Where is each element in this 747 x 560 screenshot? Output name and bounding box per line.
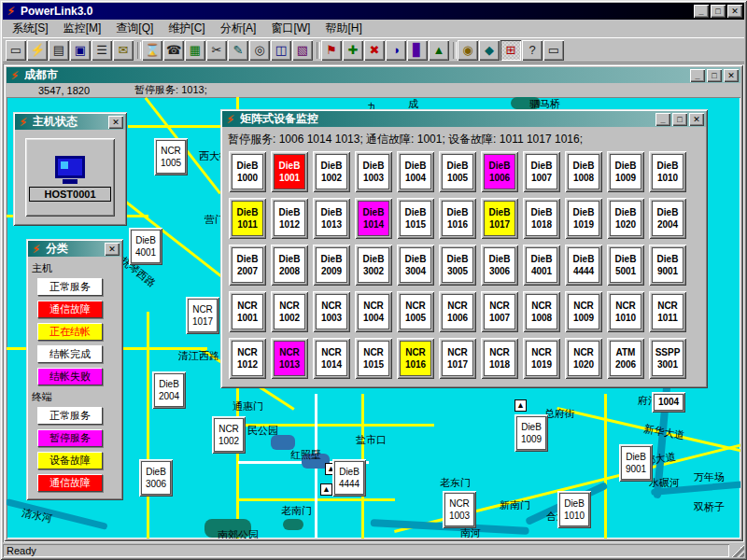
legend-close-button[interactable]: ✕ [105, 243, 120, 256]
device-NCR-1003[interactable]: NCR1003 [443, 491, 476, 528]
device-DieB-1003[interactable]: DieB1003 [355, 151, 392, 192]
device-DieB-3006[interactable]: DieB3006 [139, 459, 173, 497]
device-DieB-1012[interactable]: DieB1012 [271, 198, 308, 239]
device-NCR-1002[interactable]: NCR1002 [271, 291, 308, 332]
map-titlebar[interactable]: ⚡ 成都市 _ □ ✕ [7, 67, 740, 83]
device-DieB-5001[interactable]: DieB5001 [607, 245, 644, 286]
menu-window[interactable]: 窗口[W] [263, 19, 317, 38]
device-DieB-1018[interactable]: DieB1018 [523, 198, 560, 239]
close-button[interactable]: ✕ [727, 5, 742, 18]
toolbar-clock-button[interactable]: ⌛ [142, 40, 162, 61]
map-maximize-button[interactable]: □ [707, 69, 722, 82]
host-titlebar[interactable]: ⚡ 主机状态 ✕ [15, 114, 125, 130]
device-NCR-1015[interactable]: NCR1015 [355, 338, 392, 379]
toolbar-pie-chart-button[interactable]: ◑ [386, 40, 406, 61]
device-NCR-1003[interactable]: NCR1003 [313, 291, 350, 332]
device-NCR-1009[interactable]: NCR1009 [565, 291, 602, 332]
device-DieB-3006[interactable]: DieB3006 [481, 245, 518, 286]
toolbar-columns-button[interactable]: ◫ [271, 40, 291, 61]
device-NCR-1017[interactable]: NCR1017 [439, 338, 476, 379]
legend-titlebar[interactable]: ⚡ 分类 ✕ [28, 241, 121, 257]
device-NCR-1002[interactable]: NCR1002 [212, 416, 246, 454]
toolbar-lightning-button[interactable]: ⚡ [27, 40, 48, 61]
map-close-button[interactable]: ✕ [724, 69, 739, 82]
device-DieB-1016[interactable]: DieB1016 [439, 198, 476, 239]
toolbar-mail-button[interactable]: ✉ [113, 40, 134, 61]
matrix-close-button[interactable]: ✕ [689, 113, 704, 126]
toolbar-edit-button[interactable]: ✎ [228, 40, 248, 61]
device-DieB-1007[interactable]: DieB1007 [523, 151, 560, 192]
host-close-button[interactable]: ✕ [108, 116, 123, 129]
device-NCR-1005[interactable]: NCR1005 [397, 291, 434, 332]
device-DieB-1017[interactable]: DieB1017 [481, 198, 518, 239]
device-NCR-1008[interactable]: NCR1008 [523, 291, 560, 332]
device-DieB-1019[interactable]: DieB1019 [565, 198, 602, 239]
toolbar-bar-chart-button[interactable]: ▊ [407, 40, 428, 61]
device-DieB-1020[interactable]: DieB1020 [607, 198, 644, 239]
matrix-maximize-button[interactable]: □ [672, 113, 687, 126]
device-NCR-1010[interactable]: NCR1010 [607, 291, 644, 332]
device-ATM-2006[interactable]: ATM2006 [607, 338, 644, 379]
device-DieB-1009[interactable]: DieB1009 [514, 414, 548, 452]
menu-monitor[interactable]: 监控[M] [56, 19, 109, 38]
device-DieB-3005[interactable]: DieB3005 [439, 245, 476, 286]
toolbar-matrix-monitor-button[interactable]: ▦ [185, 40, 205, 61]
device-DieB-2004[interactable]: DieB2004 [649, 198, 686, 239]
device-DieB-2009[interactable]: DieB2009 [313, 245, 350, 286]
toolbar-grid-active-button[interactable]: ⊞ [500, 40, 521, 61]
toolbar-pattern-button[interactable]: ▧ [292, 40, 313, 61]
device-DieB-1006[interactable]: DieB1006 [481, 151, 518, 192]
device-NCR-1017[interactable]: NCR1017 [186, 297, 219, 334]
toolbar-list-view-button[interactable]: ☰ [92, 40, 112, 61]
device-NCR-1019[interactable]: NCR1019 [523, 338, 560, 379]
toolbar-new-doc-button[interactable]: ▭ [6, 40, 26, 61]
toolbar-about-button[interactable]: ▭ [543, 40, 564, 61]
matrix-minimize-button[interactable]: _ [655, 113, 670, 126]
map-minimize-button[interactable]: _ [690, 69, 705, 82]
device-DieB-3002[interactable]: DieB3002 [355, 245, 392, 286]
minimize-button[interactable]: _ [694, 5, 709, 18]
menu-maintain[interactable]: 维护[C] [161, 19, 212, 38]
device-NCR-1005[interactable]: NCR1005 [154, 138, 188, 175]
toolbar-cut-button[interactable]: ✂ [206, 40, 227, 61]
resize-grip[interactable] [731, 544, 744, 557]
device-NCR-1007[interactable]: NCR1007 [481, 291, 518, 332]
menu-help[interactable]: 帮助[H] [317, 19, 369, 38]
device-NCR-1004[interactable]: NCR1004 [355, 291, 392, 332]
device-NCR-1018[interactable]: NCR1018 [481, 338, 518, 379]
device-NCR-1013[interactable]: NCR1013 [271, 338, 308, 379]
toolbar-up-arrow-button[interactable]: ▲ [429, 40, 449, 61]
toolbar-flag-button[interactable]: ⚑ [321, 40, 342, 61]
device-1004[interactable]: 1004 [652, 392, 685, 413]
device-DieB-1011[interactable]: DieB1011 [229, 198, 266, 239]
map-canvas[interactable]: 九成驷马桥西大街营门口抚琴西路清江西路通惠门民公园红照壁盐市口总府街府河新华大道… [7, 97, 740, 539]
toolbar-shape-button[interactable]: ◉ [458, 40, 478, 61]
device-DieB-1014[interactable]: DieB1014 [355, 198, 392, 239]
device-NCR-1001[interactable]: NCR1001 [229, 291, 266, 332]
device-DieB-4444[interactable]: DieB4444 [565, 245, 602, 286]
device-DieB-1009[interactable]: DieB1009 [607, 151, 644, 192]
device-DieB-1000[interactable]: DieB1000 [229, 151, 266, 192]
device-DieB-1002[interactable]: DieB1002 [313, 151, 350, 192]
device-NCR-1012[interactable]: NCR1012 [229, 338, 266, 379]
device-DieB-1010[interactable]: DieB1010 [557, 491, 591, 528]
device-DieB-9001[interactable]: DieB9001 [649, 245, 686, 286]
toolbar-monitor-view-button[interactable]: ▣ [70, 40, 91, 61]
device-DieB-2004[interactable]: DieB2004 [152, 371, 186, 409]
toolbar-diamond-button[interactable]: ◆ [479, 40, 500, 61]
device-DieB-3004[interactable]: DieB3004 [397, 245, 434, 286]
matrix-titlebar[interactable]: ⚡ 矩阵式设备监控 _ □ ✕ [222, 111, 706, 127]
toolbar-target-button[interactable]: ◎ [249, 40, 270, 61]
device-DieB-1015[interactable]: DieB1015 [397, 198, 434, 239]
device-NCR-1011[interactable]: NCR1011 [649, 291, 686, 332]
toolbar-delete-button[interactable]: ✖ [364, 40, 385, 61]
toolbar-help-button[interactable]: ? [522, 40, 543, 61]
host-button[interactable]: HOST0001 [25, 138, 115, 217]
device-DieB-1013[interactable]: DieB1013 [313, 198, 350, 239]
maximize-button[interactable]: □ [711, 5, 726, 18]
device-DieB-9001[interactable]: DieB9001 [619, 444, 653, 482]
device-DieB-1010[interactable]: DieB1010 [649, 151, 686, 192]
device-DieB-1001[interactable]: DieB1001 [271, 151, 308, 192]
device-NCR-1006[interactable]: NCR1006 [439, 291, 476, 332]
device-DieB-1005[interactable]: DieB1005 [439, 151, 476, 192]
